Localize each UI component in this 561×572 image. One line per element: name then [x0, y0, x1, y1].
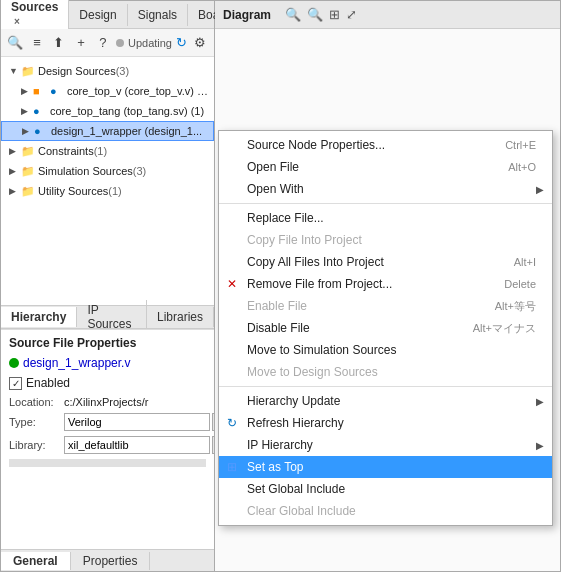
- prop-location-key: Location:: [9, 396, 64, 408]
- utility-sources-folder-icon: 📁: [21, 185, 35, 198]
- arrow-core-top-v: ▶: [21, 86, 31, 96]
- add-icon[interactable]: +: [72, 34, 90, 52]
- prop-type-input[interactable]: [64, 413, 210, 431]
- cm-ip-hierarchy-arrow: ▶: [536, 440, 544, 451]
- cm-hierarchy-update-arrow: ▶: [536, 396, 544, 407]
- diagram-fit-icon[interactable]: ⊞: [329, 7, 340, 22]
- prop-location-value: c:/XilinxProjects/r: [64, 396, 206, 408]
- settings-icon[interactable]: ⚙: [191, 34, 209, 52]
- btab-hierarchy[interactable]: Hierarchy: [1, 307, 77, 327]
- cm-replace-file[interactable]: Replace File...: [219, 207, 552, 229]
- prop-type-key: Type:: [9, 416, 64, 428]
- prop-library-key: Library:: [9, 439, 64, 451]
- design-sources-group[interactable]: ▼ 📁 Design Sources (3): [1, 61, 214, 81]
- sim-sources-count: (3): [133, 165, 146, 177]
- arrow-utility-sources: ▶: [9, 186, 19, 196]
- utility-sources-group[interactable]: ▶ 📁 Utility Sources (1): [1, 181, 214, 201]
- search-icon[interactable]: 🔍: [6, 34, 24, 52]
- cm-set-as-top[interactable]: ⊞ Set as Top: [219, 456, 552, 478]
- prop-library-row: Library: ...: [9, 436, 206, 454]
- spin-icon: ↻: [176, 35, 187, 50]
- sources-tree: ▼ 📁 Design Sources (3) ▶ ■ ● core_top_v …: [1, 57, 214, 305]
- btab-libraries[interactable]: Libraries: [147, 307, 214, 327]
- core-top-tang-label: core_top_tang (top_tang.sv) (1): [50, 105, 204, 117]
- cm-move-to-design: Move to Design Sources: [219, 361, 552, 383]
- help-icon[interactable]: ?: [94, 34, 112, 52]
- constraints-count: (1): [94, 145, 107, 157]
- checkbox-check-icon: ✓: [12, 378, 20, 389]
- prop-enabled-row: ✓ Enabled: [9, 376, 206, 390]
- bottom-tabs: Hierarchy IP Sources Libraries: [1, 305, 214, 329]
- tree-item-core-top-tang[interactable]: ▶ ● core_top_tang (top_tang.sv) (1): [1, 101, 214, 121]
- cm-open-file[interactable]: Open File Alt+O: [219, 156, 552, 178]
- cm-open-with-arrow: ▶: [536, 184, 544, 195]
- folder-icon: 📁: [21, 65, 35, 78]
- diagram-header: Diagram 🔍 🔍 ⊞ ⤢: [215, 1, 560, 29]
- cm-copy-all-files[interactable]: Copy All Files Into Project Alt+I: [219, 251, 552, 273]
- prop-location-row: Location: c:/XilinxProjects/r: [9, 396, 206, 408]
- utility-sources-label: Utility Sources: [38, 185, 108, 197]
- cm-copy-file-into-project: Copy File Into Project: [219, 229, 552, 251]
- cm-refresh-hierarchy[interactable]: ↻ Refresh Hierarchy: [219, 412, 552, 434]
- cm-set-global-include[interactable]: Set Global Include: [219, 478, 552, 500]
- diagram-search-icon[interactable]: 🔍: [285, 7, 301, 22]
- constraints-folder-icon: 📁: [21, 145, 35, 158]
- status-dot: [116, 39, 124, 47]
- bptab-properties[interactable]: Properties: [71, 552, 151, 570]
- simulation-sources-group[interactable]: ▶ 📁 Simulation Sources (3): [1, 161, 214, 181]
- arrow-constraints: ▶: [9, 146, 19, 156]
- prop-title: Source File Properties: [9, 336, 206, 350]
- cm-hierarchy-update[interactable]: Hierarchy Update ▶: [219, 390, 552, 412]
- prop-type-btn[interactable]: ...: [212, 413, 214, 431]
- utility-sources-count: (1): [108, 185, 121, 197]
- cm-ip-hierarchy[interactable]: IP Hierarchy ▶: [219, 434, 552, 456]
- cm-source-node-properties[interactable]: Source Node Properties... Ctrl+E: [219, 134, 552, 156]
- tab-signals[interactable]: Signals: [128, 4, 188, 26]
- cm-set-top-icon: ⊞: [227, 460, 237, 474]
- cm-remove-icon: ✕: [227, 277, 237, 291]
- cm-disable-file[interactable]: Disable File Alt+マイナス: [219, 317, 552, 339]
- file-icon-core-top-tang: ●: [33, 105, 47, 117]
- status-label: Updating: [128, 37, 172, 49]
- tab-sources-close[interactable]: ×: [14, 16, 20, 27]
- sort-icon[interactable]: ≡: [28, 34, 46, 52]
- status-area: Updating ↻ ⚙: [116, 34, 209, 52]
- tab-design[interactable]: Design: [69, 4, 127, 26]
- cm-open-with[interactable]: Open With ▶: [219, 178, 552, 200]
- cm-refresh-icon: ↻: [227, 416, 237, 430]
- diagram-zoom-out-icon[interactable]: 🔍: [307, 7, 323, 22]
- collapse-icon[interactable]: ⬆: [50, 34, 68, 52]
- design-1-wrapper-label: design_1_wrapper (design_1...: [51, 125, 202, 137]
- left-panel: Sources × Design Signals Board ? — □ × 🔍…: [0, 0, 215, 572]
- cm-enable-file: Enable File Alt+等号: [219, 295, 552, 317]
- prop-file-dot: [9, 358, 19, 368]
- bottom-panel-tabs: General Properties: [1, 549, 214, 571]
- cm-remove-file[interactable]: ✕ Remove File from Project... Delete: [219, 273, 552, 295]
- properties-panel: Source File Properties design_1_wrapper.…: [1, 329, 214, 549]
- constraints-group[interactable]: ▶ 📁 Constraints (1): [1, 141, 214, 161]
- tree-item-design-1-wrapper[interactable]: ▶ ● design_1_wrapper (design_1...: [1, 121, 214, 141]
- arrow-design-sources: ▼: [9, 66, 19, 76]
- sim-sources-label: Simulation Sources: [38, 165, 133, 177]
- prop-filename-row: design_1_wrapper.v: [9, 356, 206, 370]
- design-sources-count: (3): [116, 65, 129, 77]
- prop-enabled-checkbox[interactable]: ✓: [9, 377, 22, 390]
- diagram-title: Diagram: [223, 8, 271, 22]
- prop-library-input[interactable]: [64, 436, 210, 454]
- prop-library-btn[interactable]: ...: [212, 436, 214, 454]
- prop-filename-text: design_1_wrapper.v: [23, 356, 130, 370]
- arrow-core-top-tang: ▶: [21, 106, 31, 116]
- core-top-v-label: core_top_v (core_top_v.v) (1): [67, 85, 210, 97]
- bptab-general[interactable]: General: [1, 552, 71, 570]
- arrow-sim-sources: ▶: [9, 166, 19, 176]
- context-menu: Source Node Properties... Ctrl+E Open Fi…: [218, 130, 553, 526]
- scroll-bar[interactable]: [9, 459, 206, 467]
- diagram-expand-icon[interactable]: ⤢: [346, 7, 357, 22]
- prop-enabled-label: Enabled: [26, 376, 70, 390]
- tree-item-core-top-v[interactable]: ▶ ■ ● core_top_v (core_top_v.v) (1): [1, 81, 214, 101]
- cm-clear-global-include: Clear Global Include: [219, 500, 552, 522]
- sim-sources-folder-icon: 📁: [21, 165, 35, 178]
- file-icon2-core-top-v: ●: [50, 85, 64, 97]
- cm-move-to-simulation[interactable]: Move to Simulation Sources: [219, 339, 552, 361]
- sources-toolbar: 🔍 ≡ ⬆ + ? Updating ↻ ⚙: [1, 29, 214, 57]
